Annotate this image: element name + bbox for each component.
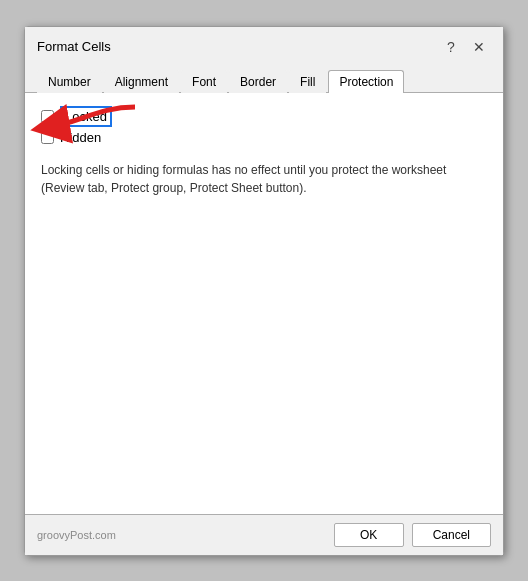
title-bar: Format Cells ? ✕	[25, 27, 503, 59]
hidden-label[interactable]: Hidden	[60, 130, 101, 145]
tab-protection[interactable]: Protection	[328, 70, 404, 93]
locked-row: Locked	[41, 109, 487, 124]
hidden-row: Hidden	[41, 130, 487, 145]
cancel-button[interactable]: Cancel	[412, 523, 491, 547]
hidden-checkbox[interactable]	[41, 131, 54, 144]
help-button[interactable]: ?	[439, 35, 463, 59]
format-cells-dialog: Format Cells ? ✕ Number Alignment Font B…	[24, 26, 504, 556]
dialog-footer: groovyPost.com OK Cancel	[25, 514, 503, 555]
locked-label[interactable]: Locked	[60, 109, 112, 124]
brand-label: groovyPost.com	[37, 529, 116, 541]
tab-alignment[interactable]: Alignment	[104, 70, 179, 93]
title-actions: ? ✕	[439, 35, 491, 59]
tabs-bar: Number Alignment Font Border Fill Protec…	[25, 63, 503, 93]
footer-buttons: OK Cancel	[334, 523, 491, 547]
dialog-title: Format Cells	[37, 39, 111, 54]
tab-font[interactable]: Font	[181, 70, 227, 93]
locked-checkbox[interactable]	[41, 110, 54, 123]
tab-fill[interactable]: Fill	[289, 70, 326, 93]
tab-number[interactable]: Number	[37, 70, 102, 93]
content-area: Locked Hidden Locking cells or hiding fo…	[25, 93, 503, 514]
close-button[interactable]: ✕	[467, 35, 491, 59]
protection-info-text: Locking cells or hiding formulas has no …	[41, 161, 487, 197]
tab-border[interactable]: Border	[229, 70, 287, 93]
ok-button[interactable]: OK	[334, 523, 404, 547]
